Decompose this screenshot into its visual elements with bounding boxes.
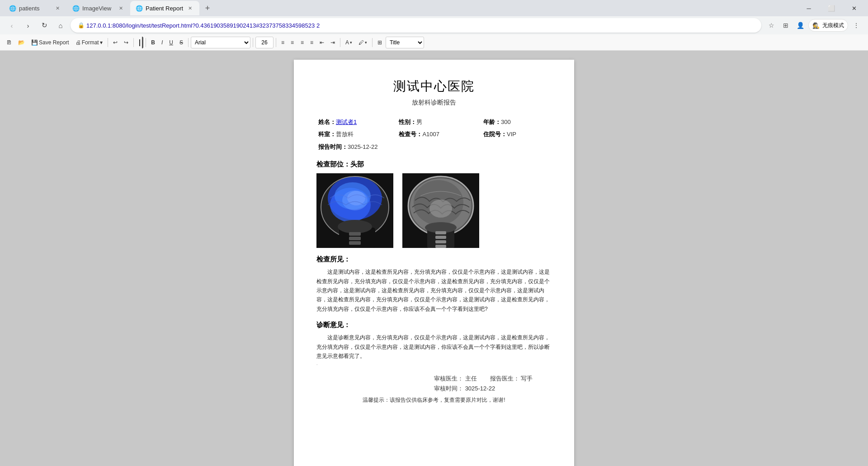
- toolbar-sep-1: [108, 38, 108, 47]
- format-icon: 🖨: [75, 39, 81, 46]
- tab-close-patientreport[interactable]: ✕: [186, 4, 194, 12]
- toolbar-sep-6: [276, 38, 276, 47]
- toolbar-folder-icon[interactable]: 📂: [15, 37, 28, 48]
- highlight-button[interactable]: A▾: [343, 37, 355, 48]
- incognito-icon: 🕵: [812, 22, 820, 29]
- undo-button[interactable]: ↩: [110, 37, 120, 48]
- toolbar-sep-8: [372, 38, 373, 47]
- findings-title: 检查所见：: [316, 255, 552, 264]
- table-button[interactable]: ⊞: [375, 37, 385, 48]
- home-button[interactable]: ⌂: [54, 19, 67, 32]
- forward-button[interactable]: ›: [22, 19, 34, 32]
- diagnosis-text: 这是诊断意见内容，充分填充内容，仅仅是个示意内容，这是测试内容，这是检查所见内容…: [316, 333, 552, 361]
- tab-close-imageview[interactable]: ✕: [117, 4, 125, 12]
- tab-imageview[interactable]: 🌐 ImageView ✕: [67, 1, 130, 15]
- sign-area: 审核医生： 主任 报告医生： 写手 审核时间： 3025-12-22: [316, 375, 552, 393]
- indent-decrease-button[interactable]: ⇤: [317, 37, 327, 48]
- svg-point-6: [347, 191, 365, 205]
- redo-button[interactable]: ↪: [121, 37, 131, 48]
- patient-info: 姓名：测试者1 性别：男 年龄：300 科室：普放科 检查号：A1007 住院号…: [316, 116, 552, 153]
- incognito-label: 无痕模式: [822, 22, 844, 29]
- close-button[interactable]: ✕: [844, 1, 864, 15]
- strikethrough-button[interactable]: S: [177, 37, 186, 48]
- age-value: 300: [501, 119, 511, 125]
- style-select[interactable]: Title Heading 1 Heading 2 Normal: [386, 37, 424, 48]
- incognito-profile[interactable]: 🕵 无痕模式: [808, 19, 848, 32]
- gender-label: 性别：: [399, 119, 416, 125]
- minimize-button[interactable]: ─: [798, 1, 819, 15]
- tab-label-imageview: ImageView: [82, 5, 111, 12]
- review-doctor-value: 主任: [465, 375, 477, 382]
- sign-spacer-left: [316, 375, 434, 383]
- bold-button[interactable]: B: [148, 37, 158, 48]
- reload-button[interactable]: ↻: [38, 19, 51, 32]
- menu-button[interactable]: ⋮: [850, 19, 863, 32]
- align-justify-button[interactable]: ≡: [307, 37, 316, 48]
- editor-toolbar: 🖹 📂 💾 Save Report 🖨 Format ▾ ↩ ↪ | B I U…: [0, 34, 868, 51]
- save-report-label: Save Report: [39, 39, 69, 46]
- url-bar[interactable]: 🔒: [71, 18, 761, 33]
- align-left-button[interactable]: ≡: [278, 37, 287, 48]
- extensions-button[interactable]: ⊞: [779, 19, 792, 32]
- review-time-section: 审核时间： 3025-12-22: [434, 385, 552, 393]
- tab-patients[interactable]: 🌐 patients ✕: [4, 1, 67, 15]
- color-button[interactable]: 🖊▾: [356, 37, 370, 48]
- page-area[interactable]: 测试中心医院 放射科诊断报告 姓名：测试者1 性别：男 年龄：300 科室：普放…: [0, 51, 868, 466]
- toolbar-sep-3: [146, 38, 146, 47]
- exam-section-label: 检查部位：: [316, 160, 350, 168]
- maximize-button[interactable]: ⬜: [821, 1, 842, 15]
- brain-image-bw: [402, 173, 479, 248]
- new-tab-button[interactable]: +: [201, 2, 214, 14]
- underline-button[interactable]: U: [166, 37, 176, 48]
- report-page: 测试中心医院 放射科诊断报告 姓名：测试者1 性别：男 年龄：300 科室：普放…: [294, 60, 574, 466]
- tab-close-patients[interactable]: ✕: [53, 4, 61, 12]
- svg-rect-21: [435, 231, 446, 234]
- report-subtitle: 放射科诊断报告: [316, 99, 552, 107]
- toolbar-sep-2: [133, 38, 134, 47]
- toolbar-file-icon[interactable]: 🖹: [4, 37, 14, 48]
- brain-svg-bw: [402, 173, 479, 248]
- block-quote-button[interactable]: |: [136, 37, 143, 48]
- bookmark-button[interactable]: ☆: [765, 19, 778, 32]
- url-input[interactable]: [86, 22, 754, 29]
- toolbar-sep-4: [188, 38, 189, 47]
- name-value: 测试者1: [336, 119, 357, 125]
- age-label: 年龄：: [483, 119, 501, 125]
- admission-value: VIP: [507, 131, 516, 138]
- save-report-button[interactable]: 💾 Save Report: [28, 37, 72, 48]
- folder-icon: 📂: [18, 39, 25, 46]
- exam-section: 检查部位：头部: [316, 160, 552, 169]
- sign-row-2: 审核时间： 3025-12-22: [316, 385, 552, 393]
- align-right-button[interactable]: ≡: [298, 37, 307, 48]
- findings-text: 这是测试内容，这是检查所见内容，充分填充内容，仅仅是个示意内容，这是测试内容，这…: [316, 267, 552, 314]
- sign-row-1: 审核医生： 主任 报告医生： 写手: [316, 375, 552, 383]
- back-button[interactable]: ‹: [5, 19, 18, 32]
- report-time-label: 报告时间：: [318, 143, 348, 150]
- svg-rect-22: [435, 236, 446, 239]
- italic-button[interactable]: I: [159, 37, 165, 48]
- tab-icon-imageview: 🌐: [72, 5, 80, 12]
- review-doctor-section: 审核医生： 主任 报告医生： 写手: [434, 375, 552, 383]
- reminder-text: 温馨提示：该报告仅供临床参考，复查需要原片对比，谢谢!: [316, 396, 552, 404]
- tab-icon-patientreport: 🌐: [136, 5, 143, 12]
- font-family-select[interactable]: Arial Times New Roman SimHei: [191, 37, 250, 48]
- svg-point-9: [338, 220, 372, 233]
- format-button[interactable]: 🖨 Format ▾: [73, 37, 105, 48]
- review-time-label: 审核时间：: [434, 385, 463, 392]
- dept-label: 科室：: [318, 131, 336, 138]
- dept-value: 普放科: [336, 131, 354, 138]
- account-button[interactable]: 👤: [794, 19, 807, 32]
- file-icon: 🖹: [6, 39, 12, 46]
- name-label: 姓名：: [318, 119, 336, 125]
- tab-patientreport[interactable]: 🌐 Patient Report ✕: [130, 1, 199, 15]
- review-time-value: 3025-12-22: [465, 385, 495, 392]
- tab-label-patients: patients: [19, 5, 40, 12]
- title-bar: 🌐 patients ✕ 🌐 ImageView ✕ 🌐 Patient Rep…: [0, 0, 868, 16]
- indent-increase-button[interactable]: ⇥: [328, 37, 338, 48]
- align-center-button[interactable]: ≡: [288, 37, 297, 48]
- font-size-input[interactable]: [255, 37, 274, 48]
- tab-icon-patients: 🌐: [9, 5, 16, 12]
- browser-toolbar-right: ☆ ⊞ 👤 🕵 无痕模式 ⋮: [765, 19, 863, 32]
- diagnosis-title: 诊断意见：: [316, 321, 552, 329]
- report-time-value: 3025-12-22: [348, 143, 378, 150]
